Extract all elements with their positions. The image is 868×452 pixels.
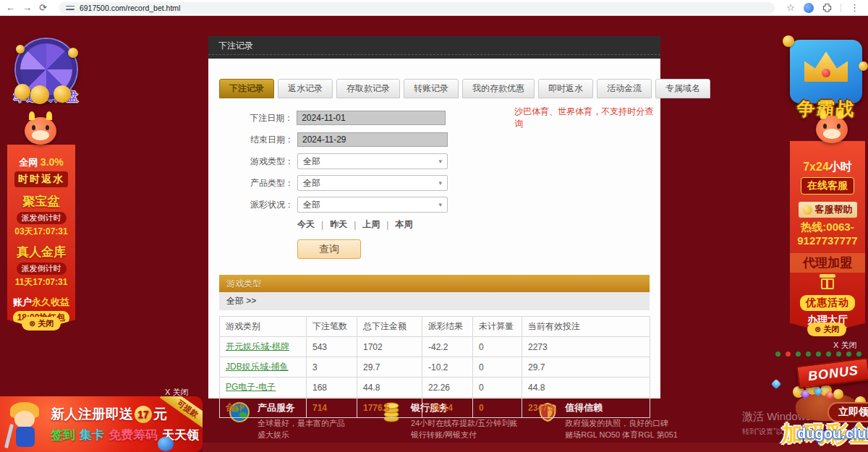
payout-status-value: 全部 bbox=[303, 199, 320, 211]
cell-uncounted: 0 bbox=[473, 337, 522, 357]
bookmark-star-icon[interactable]: ☆ bbox=[786, 2, 795, 13]
extension-globe-icon[interactable] bbox=[804, 3, 814, 13]
game-link[interactable]: PG电子-电子 bbox=[226, 382, 276, 392]
tab-deposit-withdraw-records[interactable]: 存取款记录 bbox=[336, 79, 400, 98]
battle-event-promo[interactable]: 争霸战 bbox=[786, 40, 867, 121]
site-info-icon[interactable] bbox=[66, 5, 75, 11]
left-promo-close[interactable]: X 关闭 bbox=[165, 387, 188, 398]
browser-actions: ☆ ⋮ bbox=[786, 0, 862, 16]
table-row: 开元娱乐城-棋牌 543 1702 -42.2 0 2273 bbox=[220, 337, 650, 357]
carousel-dot[interactable] bbox=[806, 351, 811, 357]
lucky-wheel-promo[interactable]: 幸运大转盘 bbox=[6, 39, 87, 120]
total-payout: -30.14 bbox=[422, 398, 473, 418]
carousel-dot[interactable] bbox=[775, 351, 780, 357]
quick-link-today[interactable]: 今天 bbox=[297, 218, 315, 231]
tab-bet-records[interactable]: 下注记录 bbox=[219, 79, 274, 98]
carousel-dot[interactable] bbox=[856, 351, 861, 357]
dragon-mascot bbox=[25, 117, 56, 145]
tab-activity-flow[interactable]: 活动金流 bbox=[597, 79, 652, 98]
claim-now-button[interactable]: 立即领取 bbox=[827, 402, 868, 422]
col-game-category: 游戏类别 bbox=[220, 317, 307, 337]
cell-amount: 1702 bbox=[357, 337, 422, 357]
close-circle-icon: ⊗ bbox=[814, 325, 821, 333]
carousel-dot[interactable] bbox=[826, 351, 831, 357]
carousel-dots bbox=[775, 351, 861, 357]
countdown-label: 派发倒计时 bbox=[17, 212, 67, 224]
extensions-puzzle-icon[interactable] bbox=[822, 3, 832, 12]
chevron-down-icon: ▾ bbox=[438, 158, 442, 165]
live-vault-title: 真人金库 bbox=[7, 244, 75, 260]
game-link[interactable]: 开元娱乐城-棋牌 bbox=[226, 341, 289, 351]
table-row: PG电子-电子 168 44.8 22.26 0 44.8 bbox=[220, 378, 650, 398]
search-button[interactable]: 查询 bbox=[297, 239, 361, 259]
customer-service-banner[interactable]: 7x24小时 在线客服 客服帮助 热线:0063- 9127737777 代理加… bbox=[790, 141, 865, 333]
carousel-dot[interactable] bbox=[836, 351, 841, 357]
all-filter-link[interactable]: 全部 >> bbox=[219, 292, 650, 310]
tab-bar: 下注记录 返水记录 存取款记录 转账记录 我的存款优惠 即时返水 活动金流 专属… bbox=[208, 59, 660, 98]
cell-valid: 2273 bbox=[522, 337, 650, 357]
quick-link-this-week[interactable]: 本周 bbox=[395, 218, 412, 231]
col-payout-result: 派彩结果 bbox=[422, 317, 473, 337]
tab-deposit-promo[interactable]: 我的存款优惠 bbox=[462, 79, 535, 98]
carousel-dot[interactable] bbox=[816, 351, 821, 357]
game-type-label: 游戏类型： bbox=[237, 155, 294, 168]
agent-join-label: 代理加盟 bbox=[790, 253, 865, 273]
payout-status-label: 派彩状况： bbox=[237, 199, 294, 211]
carousel-dot[interactable] bbox=[846, 351, 851, 357]
quick-link-yesterday[interactable]: 昨天 bbox=[330, 218, 347, 231]
total-label: 合计 bbox=[220, 398, 307, 418]
bonus-close[interactable]: X 关闭 bbox=[833, 340, 856, 351]
end-date-input[interactable] bbox=[297, 132, 448, 147]
cell-uncounted: 0 bbox=[473, 378, 522, 398]
tab-exclusive-domain[interactable]: 专属域名 bbox=[655, 79, 710, 98]
pot-countdown: 03天17:07:31 bbox=[7, 226, 75, 238]
wheel-graphic bbox=[16, 39, 77, 100]
service-help-label: 客服帮助 bbox=[799, 202, 857, 218]
right-banner-close-button[interactable]: ⊗ 关闭 bbox=[807, 323, 846, 336]
rebate-label: 时时返水 bbox=[14, 171, 68, 187]
col-uncounted: 未计算量 bbox=[473, 317, 522, 337]
game-type-section-header: 游戏类型 bbox=[219, 275, 650, 292]
coin-icon bbox=[54, 85, 71, 103]
back-icon[interactable]: ← bbox=[6, 0, 15, 16]
cell-valid: 44.8 bbox=[522, 378, 650, 398]
total-valid: 2347.5 bbox=[522, 398, 650, 418]
left-banner-close-button[interactable]: ⊗ 关闭 bbox=[22, 317, 61, 331]
gem-icon bbox=[822, 69, 830, 77]
blue-ball-decor bbox=[158, 437, 174, 451]
end-date-label: 结束日期： bbox=[237, 134, 294, 146]
separator: | bbox=[321, 220, 323, 230]
coin-icon bbox=[16, 45, 25, 54]
close-circle-icon: ⊗ bbox=[29, 319, 35, 328]
start-date-input[interactable] bbox=[297, 111, 446, 125]
query-form: 下注日期： 沙巴体育、世界体育，不支持时分查询 结束日期： 游戏类型： 全部 ▾ bbox=[208, 110, 660, 259]
tab-rebate-records[interactable]: 返水记录 bbox=[278, 79, 333, 98]
quick-link-last-week[interactable]: 上周 bbox=[362, 218, 380, 231]
bet-summary-table: 游戏类别 下注笔数 总下注金额 派彩结果 未计算量 当前有效投注 开元娱乐城-棋… bbox=[219, 316, 650, 418]
hero-character bbox=[6, 402, 48, 452]
cell-amount: 29.7 bbox=[357, 357, 422, 378]
url-bar[interactable]: 6917500.com/record_bet.html bbox=[59, 2, 775, 14]
coin-icon bbox=[14, 84, 30, 100]
product-type-select[interactable]: 全部 ▾ bbox=[297, 175, 448, 191]
carousel-dot[interactable] bbox=[796, 351, 801, 357]
game-type-select[interactable]: 全部 ▾ bbox=[297, 153, 448, 169]
reload-icon[interactable]: ⟳ bbox=[39, 0, 47, 16]
total-bets: 714 bbox=[307, 398, 357, 418]
game-link[interactable]: JDB娱乐城-捕鱼 bbox=[226, 362, 289, 372]
new-user-promo-banner[interactable]: 可提款 新人注册即送 17 元 签到 集卡 免费筹码 天天领 bbox=[0, 396, 203, 452]
rebate-banner[interactable]: 全网 3.0% 时时返水 聚宝盆 派发倒计时 03天17:07:31 真人金库 … bbox=[7, 145, 75, 329]
promo-activity-label: 优惠活动 bbox=[800, 295, 855, 311]
tab-transfer-records[interactable]: 转账记录 bbox=[404, 79, 459, 98]
footer-line: 政府颁发的执照，良好的口碑 bbox=[565, 417, 678, 429]
headset-icon bbox=[803, 205, 812, 215]
forward-icon[interactable]: → bbox=[22, 0, 32, 16]
total-uncounted: 0 bbox=[473, 398, 522, 418]
cell-payout: -10.2 bbox=[422, 357, 473, 378]
menu-icon[interactable]: ⋮ bbox=[850, 0, 859, 16]
carousel-dot[interactable] bbox=[786, 351, 791, 357]
table-row: JDB娱乐城-捕鱼 3 29.7 -10.2 0 29.7 bbox=[220, 357, 650, 378]
tab-instant-rebate[interactable]: 即时返水 bbox=[538, 79, 593, 98]
coin-icon bbox=[30, 85, 49, 104]
payout-status-select[interactable]: 全部 ▾ bbox=[297, 197, 448, 213]
